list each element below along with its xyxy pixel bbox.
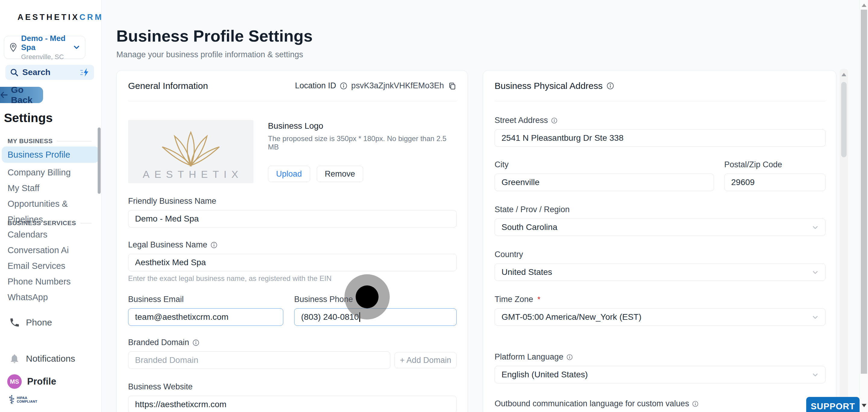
brand-logo: AESTHETIXCRM — [0, 0, 101, 25]
location-switcher[interactable]: Demo - Med Spa Greenville, SC — [4, 36, 85, 59]
content-scrollbar[interactable] — [840, 69, 848, 412]
avatar: MS — [7, 374, 22, 389]
general-information-card: General Information Location ID psvK3aZj… — [116, 70, 468, 412]
chevron-down-icon — [811, 224, 819, 231]
content-scrollbar-thumb[interactable] — [841, 82, 846, 157]
business-email-label: Business Email — [128, 295, 283, 304]
timezone-label: Time Zone * — [495, 295, 826, 304]
sidebar: AESTHETIXCRM Demo - Med Spa Greenville, … — [0, 0, 101, 412]
chevron-down-icon — [72, 43, 81, 52]
sidebar-item-business-profile[interactable]: Business Profile — [2, 147, 99, 163]
legal-name-input[interactable] — [128, 254, 457, 271]
profile-button[interactable]: MS Profile — [7, 374, 56, 389]
business-phone-label: Business Phone — [294, 295, 457, 304]
search-icon — [10, 68, 19, 77]
business-logo-preview: AESTHETIX — [128, 120, 253, 183]
info-icon — [340, 82, 347, 90]
remove-logo-button[interactable]: Remove — [317, 166, 364, 182]
sidebar-item-phone[interactable]: Phone — [9, 317, 52, 328]
window-scrollbar[interactable] — [860, 0, 868, 412]
physical-address-title: Business Physical Address — [495, 81, 614, 91]
branded-domain-input[interactable] — [128, 351, 390, 369]
info-icon — [192, 339, 199, 346]
window-scrollbar-thumb[interactable] — [861, 10, 867, 374]
business-logo-hint: The proposed size is 350px * 180px. No b… — [268, 134, 457, 151]
general-information-title: General Information — [128, 81, 208, 91]
page-subtitle: Manage your business profile information… — [116, 50, 868, 59]
street-address-input[interactable] — [495, 129, 826, 147]
text-caret — [359, 312, 360, 322]
location-id-value: psvK3aZjnkVHKfEMo3Eh — [351, 81, 444, 90]
lotus-logo-icon — [152, 130, 230, 168]
business-email-input[interactable] — [128, 308, 283, 326]
country-label: Country — [495, 250, 826, 259]
info-icon — [607, 82, 614, 90]
sidebar-item-phone-numbers[interactable]: Phone Numbers — [0, 274, 101, 289]
outbound-language-label: Outbound communication language for cust… — [495, 399, 826, 408]
legal-name-label: Legal Business Name — [128, 240, 457, 250]
search-placeholder: Search — [22, 67, 80, 77]
business-website-input[interactable] — [128, 396, 457, 412]
info-icon — [566, 354, 573, 360]
chevron-down-icon — [811, 371, 819, 379]
branded-domain-label: Branded Domain — [128, 338, 457, 347]
location-name: Demo - Med Spa — [21, 34, 72, 52]
app-screen: AESTHETIXCRM Demo - Med Spa Greenville, … — [0, 0, 868, 412]
scroll-down-arrow-icon[interactable] — [862, 404, 867, 407]
state-label: State / Prov / Region — [495, 205, 826, 214]
sidebar-scrollbar-thumb[interactable] — [98, 127, 101, 194]
brand-wordmark: AESTHETIXCRM — [18, 13, 103, 22]
sidebar-item-whatsapp[interactable]: WhatsApp — [0, 289, 101, 305]
bell-icon — [9, 353, 20, 364]
city-input[interactable] — [495, 173, 714, 191]
timezone-select[interactable]: GMT-05:00 America/New_York (EST) — [495, 308, 826, 326]
business-phone-input[interactable]: (803) 240-0810 — [294, 308, 457, 326]
chevron-down-icon — [811, 313, 819, 321]
sidebar-item-my-staff[interactable]: My Staff — [0, 180, 101, 196]
postal-code-label: Postal/Zip Code — [724, 160, 826, 169]
copy-icon[interactable] — [447, 82, 457, 90]
hipaa-compliant-badge: ⚕ HIPAACOMPLIANT — [8, 393, 37, 406]
sidebar-item-opportunities-pipelines[interactable]: Opportunities & Pipelines — [0, 196, 101, 212]
sidebar-item-company-billing[interactable]: Company Billing — [0, 164, 101, 180]
country-select[interactable]: United States — [495, 263, 826, 281]
back-arrow-icon — [0, 91, 8, 99]
notifications-button[interactable]: Notifications — [9, 353, 75, 364]
quick-actions-bolt-icon — [80, 68, 90, 77]
info-icon — [692, 401, 699, 407]
location-id-label: Location ID — [295, 81, 336, 90]
sidebar-item-calendars[interactable]: Calendars — [0, 227, 101, 242]
required-asterisk: * — [537, 295, 540, 304]
location-sub: Greenville, SC — [21, 53, 72, 61]
business-website-label: Business Website — [128, 382, 457, 391]
platform-language-select[interactable]: English (United States) — [495, 366, 826, 383]
legal-name-helper: Enter the exact legal business name, as … — [128, 274, 457, 283]
support-button[interactable]: SUPPORT — [806, 397, 860, 412]
postal-code-input[interactable] — [724, 173, 826, 191]
caduceus-icon: ⚕ — [8, 393, 15, 406]
street-address-label: Street Address — [495, 116, 826, 125]
search-input[interactable]: Search — [5, 65, 94, 80]
page-title: Business Profile Settings — [101, 0, 868, 45]
chevron-down-icon — [811, 268, 819, 276]
info-icon — [210, 242, 218, 249]
physical-address-card: Business Physical Address Street Address — [483, 70, 836, 412]
scroll-up-arrow-icon[interactable] — [841, 73, 846, 76]
logo-wordmark: AESTHETIX — [143, 168, 243, 180]
add-domain-button[interactable]: + Add Domain — [395, 352, 457, 368]
state-select[interactable]: South Carolina — [495, 219, 826, 236]
upload-logo-button[interactable]: Upload — [268, 166, 310, 182]
info-icon — [551, 117, 558, 124]
phone-icon — [9, 317, 20, 328]
friendly-name-input[interactable] — [128, 210, 457, 227]
settings-title: Settings — [4, 111, 53, 125]
platform-language-label: Platform Language — [495, 352, 826, 362]
nav-section-business-services: BUSINESS SERVICES — [0, 219, 101, 227]
go-back-button[interactable]: Go Back — [0, 87, 43, 103]
scroll-up-arrow-icon[interactable] — [862, 4, 867, 7]
sidebar-item-email-services[interactable]: Email Services — [0, 258, 101, 274]
main-content: Business Profile Settings Manage your bu… — [101, 0, 868, 412]
friendly-name-label: Friendly Business Name — [128, 196, 457, 206]
sidebar-item-conversation-ai[interactable]: Conversation Ai — [0, 242, 101, 258]
settings-nav: MY BUSINESS Business Profile Company Bil… — [0, 130, 101, 305]
